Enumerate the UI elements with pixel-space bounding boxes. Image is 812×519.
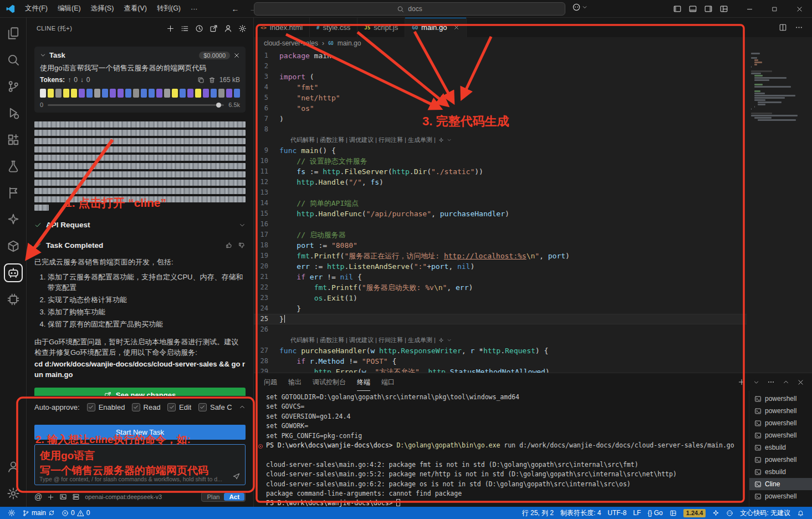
auto-approve-option[interactable]: Edit: [167, 403, 191, 411]
layout-grid-icon[interactable]: [666, 507, 680, 519]
code-line[interactable]: 3import (: [254, 72, 747, 82]
panel-more-icon[interactable]: [767, 378, 775, 386]
chevron-up-icon[interactable]: [239, 404, 246, 410]
code-line[interactable]: 22 fmt.Printf("服务器启动失败: %v\n", err): [254, 282, 747, 293]
tab-main.go[interactable]: GOmain.go: [405, 18, 467, 37]
code-line[interactable]: 19 fmt.Printf("服务器正在运行，访问地址: http://loca…: [254, 251, 747, 261]
terminal-list-item[interactable]: powershell: [749, 417, 812, 429]
search-icon[interactable]: [0, 47, 27, 73]
split-editor-icon[interactable]: [779, 23, 787, 32]
chat-input[interactable]: Type @ for context, / for slash commands…: [34, 444, 246, 485]
code-line[interactable]: 2: [254, 61, 747, 72]
copy-icon[interactable]: [197, 77, 205, 84]
sparkle-icon[interactable]: [709, 507, 723, 519]
terminal-list-item[interactable]: powershell: [749, 429, 812, 441]
codelens-actions[interactable]: 代码解释 | 函数注释 | 调优建议 | 行间注释 | 生成单测 |: [254, 335, 747, 345]
code-line[interactable]: 6 "os": [254, 103, 747, 114]
plan-option[interactable]: Plan: [202, 493, 224, 501]
send-icon[interactable]: [232, 472, 241, 480]
breadcrumb[interactable]: cloud-server-sales › GO main.go: [254, 37, 812, 49]
flag-icon[interactable]: [0, 180, 27, 206]
tab-style.css[interactable]: #style.css: [310, 18, 358, 37]
header-list-icon[interactable]: [181, 24, 189, 33]
more-actions-icon[interactable]: [795, 23, 803, 32]
customize-layout-icon[interactable]: [719, 4, 728, 13]
terminal-list-item[interactable]: esbuild: [749, 466, 812, 478]
settings-icon[interactable]: [0, 480, 27, 507]
code-line[interactable]: 17 // 启动服务器: [254, 230, 747, 240]
tab-script.js[interactable]: JSscript.js: [358, 18, 405, 37]
code-line[interactable]: 26: [254, 324, 747, 335]
run-debug-icon[interactable]: [0, 100, 27, 126]
explorer-icon[interactable]: [0, 20, 27, 47]
add-context-icon[interactable]: [47, 493, 54, 501]
menu-item[interactable]: ···: [186, 0, 203, 18]
code-line[interactable]: 14 // 简单的API端点: [254, 198, 747, 208]
terminal-list-item[interactable]: powershell: [749, 454, 812, 466]
act-option[interactable]: Act: [224, 493, 244, 501]
code-line[interactable]: 1package main: [254, 50, 747, 61]
toggle-secondary-sidebar-icon[interactable]: [704, 4, 713, 13]
terminal-list-item[interactable]: esbuild: [749, 441, 812, 454]
code-line[interactable]: 29 http.Error(w, "方法不允许", http.StatusMet…: [254, 367, 747, 373]
panel-tab-问题[interactable]: 问题: [264, 373, 277, 391]
code-line[interactable]: 5 "net/http": [254, 93, 747, 103]
close-icon[interactable]: [453, 24, 459, 30]
code-line[interactable]: 8: [254, 124, 747, 135]
testing-icon[interactable]: [0, 153, 27, 180]
header-plus-icon[interactable]: [166, 24, 175, 33]
code-line[interactable]: 15 http.HandleFunc("/api/purchase", purc…: [254, 208, 747, 219]
copilot-status-icon[interactable]: [723, 507, 737, 519]
minimap[interactable]: [747, 49, 812, 373]
see-new-changes-button[interactable]: See new changes: [34, 388, 246, 396]
problems-status[interactable]: 0 0: [58, 507, 93, 519]
toggle-panel-icon[interactable]: [688, 4, 697, 13]
code-editor[interactable]: 1package main23import (4 "fmt"5 "net/htt…: [254, 49, 747, 373]
back-button[interactable]: ←: [232, 4, 239, 13]
terminal-output[interactable]: set GOTOOLDIR=D:\golang\gopath\src\inter…: [254, 391, 749, 507]
api-request-row[interactable]: API Request: [34, 221, 246, 229]
eol-selector[interactable]: LF: [630, 507, 644, 519]
codelens-actions[interactable]: 代码解释 | 函数注释 | 调优建议 | 行间注释 | 生成单测 |: [254, 135, 747, 145]
header-settings-icon[interactable]: [238, 24, 247, 33]
context-slider[interactable]: [48, 104, 224, 106]
branch-status[interactable]: main: [19, 507, 58, 519]
code-line[interactable]: 24 }: [254, 303, 747, 314]
slider-thumb[interactable]: [216, 103, 221, 108]
cline-icon[interactable]: [0, 260, 27, 286]
mention-icon[interactable]: @: [34, 492, 42, 501]
code-line[interactable]: 7): [254, 114, 747, 124]
source-control-icon[interactable]: [0, 73, 27, 100]
extensions-icon[interactable]: [0, 126, 27, 153]
sparkle-icon[interactable]: [0, 206, 27, 233]
comate-status[interactable]: 文心快码: 无建议: [737, 507, 794, 519]
panel-tab-输出[interactable]: 输出: [288, 373, 302, 391]
account-icon[interactable]: [0, 454, 27, 480]
menu-item[interactable]: 文件(F): [20, 0, 53, 18]
auto-approve-option[interactable]: Enabled: [87, 403, 125, 411]
panel-tab-端口[interactable]: 端口: [381, 373, 395, 391]
chevron-down-icon[interactable]: [239, 222, 246, 228]
terminal-dropdown-icon[interactable]: [753, 379, 759, 385]
menu-item[interactable]: 查看(V): [119, 0, 152, 18]
mcp-server-icon[interactable]: [72, 493, 80, 501]
tab-index.html[interactable]: <>index.html: [254, 18, 310, 37]
terminal-list-item[interactable]: powershell: [749, 393, 812, 405]
thumbs-up-icon[interactable]: [226, 242, 233, 249]
package-icon[interactable]: [0, 233, 27, 260]
code-line[interactable]: 27func purchaseHandler(w http.ResponseWr…: [254, 345, 747, 356]
code-line[interactable]: 23 os.Exit(1): [254, 293, 747, 303]
code-line[interactable]: 9func main() {: [254, 145, 747, 156]
thumbs-down-icon[interactable]: [238, 242, 246, 249]
model-selector[interactable]: openai-compat:deepseek-v3: [85, 493, 196, 500]
header-open-editor-icon[interactable]: [210, 24, 218, 33]
command-center-search[interactable]: docs: [254, 2, 565, 16]
checkbox-icon[interactable]: [198, 403, 207, 411]
code-line[interactable]: 21 if err != nil {: [254, 272, 747, 282]
auto-approve-option[interactable]: Safe C: [198, 403, 232, 411]
plan-act-toggle[interactable]: Plan Act: [201, 492, 246, 502]
header-history-icon[interactable]: [195, 24, 203, 33]
trash-icon[interactable]: [208, 77, 216, 84]
menu-item[interactable]: 转到(G): [152, 0, 186, 18]
close-task-icon[interactable]: [233, 52, 240, 59]
